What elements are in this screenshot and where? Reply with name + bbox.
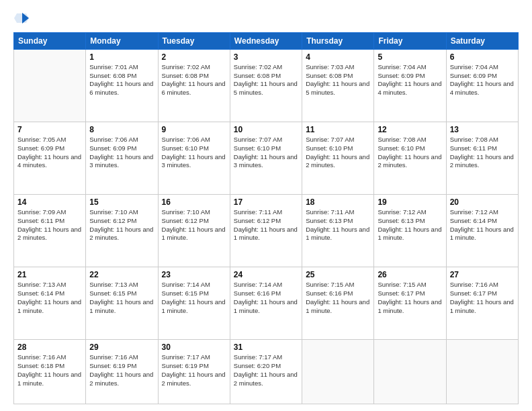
calendar-cell (302, 340, 374, 404)
calendar-cell: 31Sunrise: 7:17 AM Sunset: 6:20 PM Dayli… (230, 340, 302, 404)
calendar-cell: 8Sunrise: 7:06 AM Sunset: 6:09 PM Daylig… (86, 122, 158, 194)
cell-info: Sunrise: 7:08 AM Sunset: 6:10 PM Dayligh… (378, 136, 442, 170)
page: SundayMondayTuesdayWednesdayThursdayFrid… (0, 0, 532, 411)
cell-info: Sunrise: 7:16 AM Sunset: 6:18 PM Dayligh… (17, 353, 82, 387)
cell-date: 24 (234, 270, 298, 279)
cell-info: Sunrise: 7:16 AM Sunset: 6:17 PM Dayligh… (450, 281, 515, 315)
calendar-day-header: Tuesday (158, 32, 230, 49)
cell-date: 6 (450, 52, 515, 62)
cell-date: 19 (378, 197, 442, 207)
calendar-cell: 26Sunrise: 7:15 AM Sunset: 6:17 PM Dayli… (374, 267, 446, 340)
calendar-day-header: Friday (374, 32, 446, 49)
cell-info: Sunrise: 7:17 AM Sunset: 6:20 PM Dayligh… (234, 353, 298, 387)
cell-info: Sunrise: 7:10 AM Sunset: 6:12 PM Dayligh… (89, 208, 154, 242)
calendar-week-row: 21Sunrise: 7:13 AM Sunset: 6:14 PM Dayli… (14, 267, 519, 340)
cell-date: 28 (17, 342, 82, 352)
cell-date: 5 (378, 52, 442, 62)
cell-date: 3 (234, 52, 298, 62)
calendar-cell: 16Sunrise: 7:10 AM Sunset: 6:12 PM Dayli… (158, 194, 230, 267)
calendar-cell: 20Sunrise: 7:12 AM Sunset: 6:14 PM Dayli… (446, 194, 518, 267)
calendar-header-row: SundayMondayTuesdayWednesdayThursdayFrid… (14, 32, 519, 49)
calendar-cell: 21Sunrise: 7:13 AM Sunset: 6:14 PM Dayli… (14, 267, 86, 340)
cell-date: 8 (89, 125, 154, 134)
cell-info: Sunrise: 7:02 AM Sunset: 6:08 PM Dayligh… (234, 63, 298, 97)
cell-info: Sunrise: 7:15 AM Sunset: 6:16 PM Dayligh… (306, 281, 370, 315)
cell-info: Sunrise: 7:02 AM Sunset: 6:08 PM Dayligh… (162, 63, 226, 97)
calendar-cell: 4Sunrise: 7:03 AM Sunset: 6:08 PM Daylig… (302, 49, 374, 122)
calendar-cell: 15Sunrise: 7:10 AM Sunset: 6:12 PM Dayli… (86, 194, 158, 267)
calendar-cell: 13Sunrise: 7:08 AM Sunset: 6:11 PM Dayli… (446, 122, 518, 194)
calendar-cell: 24Sunrise: 7:14 AM Sunset: 6:16 PM Dayli… (230, 267, 302, 340)
cell-info: Sunrise: 7:01 AM Sunset: 6:08 PM Dayligh… (89, 63, 154, 97)
cell-info: Sunrise: 7:11 AM Sunset: 6:12 PM Dayligh… (234, 208, 298, 242)
cell-date: 11 (306, 125, 370, 134)
calendar-day-header: Wednesday (230, 32, 302, 49)
calendar-cell: 12Sunrise: 7:08 AM Sunset: 6:10 PM Dayli… (374, 122, 446, 194)
calendar-cell: 23Sunrise: 7:14 AM Sunset: 6:15 PM Dayli… (158, 267, 230, 340)
logo-icon (14, 12, 29, 24)
cell-date: 23 (162, 270, 226, 279)
cell-date: 21 (17, 270, 82, 279)
calendar-cell: 6Sunrise: 7:04 AM Sunset: 6:09 PM Daylig… (446, 49, 518, 122)
cell-info: Sunrise: 7:06 AM Sunset: 6:10 PM Dayligh… (162, 136, 226, 170)
calendar-day-header: Monday (86, 32, 158, 49)
cell-date: 9 (162, 125, 226, 134)
cell-date: 20 (450, 197, 515, 207)
calendar-cell (446, 340, 518, 404)
cell-info: Sunrise: 7:14 AM Sunset: 6:15 PM Dayligh… (162, 281, 226, 315)
cell-info: Sunrise: 7:10 AM Sunset: 6:12 PM Dayligh… (162, 208, 226, 242)
cell-info: Sunrise: 7:09 AM Sunset: 6:11 PM Dayligh… (17, 208, 82, 242)
cell-info: Sunrise: 7:03 AM Sunset: 6:08 PM Dayligh… (306, 63, 370, 97)
cell-date: 15 (89, 197, 154, 207)
calendar-day-header: Saturday (446, 32, 518, 49)
cell-info: Sunrise: 7:08 AM Sunset: 6:11 PM Dayligh… (450, 136, 515, 170)
cell-info: Sunrise: 7:04 AM Sunset: 6:09 PM Dayligh… (378, 63, 442, 97)
calendar-cell: 18Sunrise: 7:11 AM Sunset: 6:13 PM Dayli… (302, 194, 374, 267)
cell-info: Sunrise: 7:04 AM Sunset: 6:09 PM Dayligh… (450, 63, 515, 97)
calendar-cell: 7Sunrise: 7:05 AM Sunset: 6:09 PM Daylig… (14, 122, 86, 194)
calendar-day-header: Sunday (14, 32, 86, 49)
calendar-cell: 3Sunrise: 7:02 AM Sunset: 6:08 PM Daylig… (230, 49, 302, 122)
calendar-cell: 1Sunrise: 7:01 AM Sunset: 6:08 PM Daylig… (86, 49, 158, 122)
cell-date: 18 (306, 197, 370, 207)
cell-date: 14 (17, 197, 82, 207)
cell-date: 13 (450, 125, 515, 134)
cell-info: Sunrise: 7:07 AM Sunset: 6:10 PM Dayligh… (306, 136, 370, 170)
cell-info: Sunrise: 7:16 AM Sunset: 6:19 PM Dayligh… (89, 353, 154, 387)
cell-date: 7 (17, 125, 82, 134)
calendar-cell: 28Sunrise: 7:16 AM Sunset: 6:18 PM Dayli… (14, 340, 86, 404)
cell-info: Sunrise: 7:06 AM Sunset: 6:09 PM Dayligh… (89, 136, 154, 170)
calendar-cell: 14Sunrise: 7:09 AM Sunset: 6:11 PM Dayli… (14, 194, 86, 267)
cell-info: Sunrise: 7:05 AM Sunset: 6:09 PM Dayligh… (17, 136, 82, 170)
cell-info: Sunrise: 7:12 AM Sunset: 6:13 PM Dayligh… (378, 208, 442, 242)
calendar-cell: 9Sunrise: 7:06 AM Sunset: 6:10 PM Daylig… (158, 122, 230, 194)
calendar-cell: 30Sunrise: 7:17 AM Sunset: 6:19 PM Dayli… (158, 340, 230, 404)
calendar-cell: 25Sunrise: 7:15 AM Sunset: 6:16 PM Dayli… (302, 267, 374, 340)
cell-info: Sunrise: 7:14 AM Sunset: 6:16 PM Dayligh… (234, 281, 298, 315)
cell-date: 29 (89, 342, 154, 352)
logo (13, 12, 29, 27)
calendar-cell: 22Sunrise: 7:13 AM Sunset: 6:15 PM Dayli… (86, 267, 158, 340)
cell-date: 4 (306, 52, 370, 62)
cell-date: 26 (378, 270, 442, 279)
calendar-cell: 29Sunrise: 7:16 AM Sunset: 6:19 PM Dayli… (86, 340, 158, 404)
cell-info: Sunrise: 7:17 AM Sunset: 6:19 PM Dayligh… (162, 353, 226, 387)
cell-info: Sunrise: 7:15 AM Sunset: 6:17 PM Dayligh… (378, 281, 442, 315)
calendar-cell (14, 49, 86, 122)
calendar-week-row: 14Sunrise: 7:09 AM Sunset: 6:11 PM Dayli… (14, 194, 519, 267)
cell-info: Sunrise: 7:11 AM Sunset: 6:13 PM Dayligh… (306, 208, 370, 242)
calendar-cell: 27Sunrise: 7:16 AM Sunset: 6:17 PM Dayli… (446, 267, 518, 340)
cell-date: 22 (89, 270, 154, 279)
cell-date: 2 (162, 52, 226, 62)
cell-date: 25 (306, 270, 370, 279)
header (13, 12, 519, 27)
cell-date: 27 (450, 270, 515, 279)
calendar-cell: 2Sunrise: 7:02 AM Sunset: 6:08 PM Daylig… (158, 49, 230, 122)
cell-info: Sunrise: 7:12 AM Sunset: 6:14 PM Dayligh… (450, 208, 515, 242)
calendar-cell: 5Sunrise: 7:04 AM Sunset: 6:09 PM Daylig… (374, 49, 446, 122)
cell-date: 31 (234, 342, 298, 352)
cell-date: 10 (234, 125, 298, 134)
calendar-cell (374, 340, 446, 404)
cell-info: Sunrise: 7:07 AM Sunset: 6:10 PM Dayligh… (234, 136, 298, 170)
calendar-cell: 10Sunrise: 7:07 AM Sunset: 6:10 PM Dayli… (230, 122, 302, 194)
